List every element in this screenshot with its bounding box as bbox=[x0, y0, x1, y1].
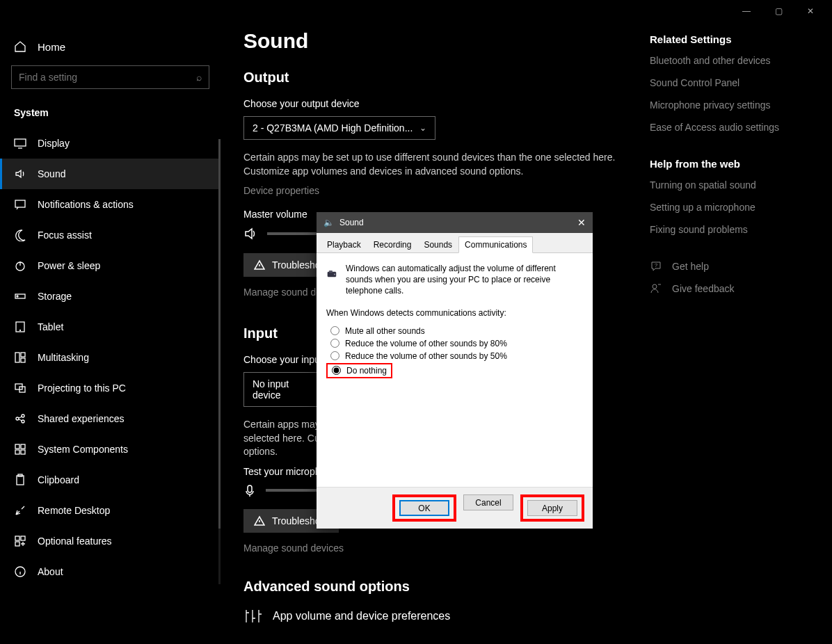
advanced-heading: Advanced sound options bbox=[243, 579, 622, 595]
output-choose-label: Choose your output device bbox=[243, 98, 622, 109]
app-volume-item[interactable]: App volume and device preferences bbox=[243, 607, 622, 625]
app-volume-label: App volume and device preferences bbox=[273, 610, 450, 622]
nav-label: Projecting to this PC bbox=[38, 383, 126, 394]
nav-storage[interactable]: Storage bbox=[0, 281, 221, 312]
help-icon: ? bbox=[650, 260, 662, 273]
phone-icon bbox=[326, 263, 337, 285]
svg-point-27 bbox=[653, 284, 657, 289]
radio-label: Mute all other sounds bbox=[345, 326, 425, 336]
sound-dialog: 🔈 Sound ✕ Playback Recording Sounds Comm… bbox=[317, 212, 593, 529]
related-heading: Related Settings bbox=[650, 33, 810, 45]
nav-clipboard[interactable]: Clipboard bbox=[0, 465, 221, 495]
nav-label: Remote Desktop bbox=[38, 505, 110, 516]
nav-display[interactable]: Display bbox=[0, 128, 221, 159]
nav-projecting[interactable]: Projecting to this PC bbox=[0, 373, 221, 403]
nav-power-sleep[interactable]: Power & sleep bbox=[0, 250, 221, 281]
warning-icon bbox=[254, 259, 265, 271]
group-system: System bbox=[0, 100, 221, 128]
input-device-dropdown[interactable]: No input device bbox=[243, 372, 323, 407]
nav-optional-features[interactable]: Optional features bbox=[0, 526, 221, 556]
nav-focus-assist[interactable]: Focus assist bbox=[0, 220, 221, 250]
svg-rect-29 bbox=[329, 271, 333, 273]
radio-mute-all[interactable]: Mute all other sounds bbox=[326, 325, 583, 337]
radio-label: Reduce the volume of other sounds by 80% bbox=[345, 339, 507, 348]
nav-label: Sound bbox=[38, 168, 65, 179]
nav-about[interactable]: About bbox=[0, 556, 221, 587]
nav-sound[interactable]: Sound bbox=[0, 159, 221, 189]
svg-rect-21 bbox=[15, 536, 19, 540]
nav-system-components[interactable]: System Components bbox=[0, 434, 221, 465]
close-button[interactable]: ✕ bbox=[794, 0, 826, 22]
dialog-body: Windows can automatically adjust the vol… bbox=[317, 253, 593, 487]
search-input[interactable] bbox=[19, 72, 196, 83]
svg-rect-16 bbox=[21, 444, 25, 449]
nav-label: Tablet bbox=[38, 321, 63, 332]
nav-shared-experiences[interactable]: Shared experiences bbox=[0, 403, 221, 434]
input-device-value: No input device bbox=[253, 378, 314, 401]
device-properties-link[interactable]: Device properties bbox=[243, 185, 622, 196]
output-heading: Output bbox=[243, 70, 622, 86]
ok-button[interactable]: OK bbox=[399, 500, 449, 516]
help-link-fix-sound[interactable]: Fixing sound problems bbox=[650, 224, 810, 235]
get-help-link[interactable]: ? Get help bbox=[650, 260, 810, 273]
svg-rect-25 bbox=[248, 485, 252, 492]
output-device-dropdown[interactable]: 2 - Q27B3MA (AMD High Definition... ⌄ bbox=[243, 116, 435, 140]
maximize-button[interactable]: ▢ bbox=[762, 0, 794, 22]
display-icon bbox=[14, 137, 26, 150]
help-link-spatial[interactable]: Turning on spatial sound bbox=[650, 179, 810, 191]
svg-rect-9 bbox=[21, 358, 25, 362]
dialog-info-text: Windows can automatically adjust the vol… bbox=[346, 263, 583, 297]
tab-playback[interactable]: Playback bbox=[321, 236, 367, 253]
nav-label: Optional features bbox=[38, 536, 112, 547]
sidebar-scroll-thumb[interactable] bbox=[218, 139, 221, 529]
nav-multitasking[interactable]: Multitasking bbox=[0, 342, 221, 373]
multitasking-icon bbox=[14, 351, 26, 364]
svg-rect-15 bbox=[15, 444, 19, 449]
related-link-ease-access[interactable]: Ease of Access audio settings bbox=[650, 122, 810, 133]
related-link-sound-panel[interactable]: Sound Control Panel bbox=[650, 77, 810, 88]
dialog-tabs: Playback Recording Sounds Communications bbox=[317, 233, 593, 253]
chevron-down-icon: ⌄ bbox=[419, 123, 426, 133]
svg-rect-0 bbox=[15, 139, 26, 146]
svg-rect-18 bbox=[21, 450, 25, 454]
volume-slider[interactable] bbox=[267, 232, 323, 235]
svg-rect-7 bbox=[15, 353, 19, 362]
radio-reduce-50[interactable]: Reduce the volume of other sounds by 50% bbox=[326, 350, 583, 362]
apply-button[interactable]: Apply bbox=[527, 500, 577, 516]
nav-label: Focus assist bbox=[38, 230, 92, 241]
dialog-titlebar[interactable]: 🔈 Sound ✕ bbox=[317, 212, 593, 233]
nav-remote-desktop[interactable]: Remote Desktop bbox=[0, 495, 221, 526]
radio-reduce-80[interactable]: Reduce the volume of other sounds by 80% bbox=[326, 337, 583, 350]
nav-label: Clipboard bbox=[38, 474, 79, 485]
manage-input-link[interactable]: Manage sound devices bbox=[243, 542, 622, 554]
moon-icon bbox=[14, 229, 26, 241]
apply-highlight: Apply bbox=[520, 494, 584, 522]
help-link-mic-setup[interactable]: Setting up a microphone bbox=[650, 202, 810, 213]
minimize-button[interactable]: — bbox=[730, 0, 762, 22]
sidebar: Home ⌕ System Display Sound Notification… bbox=[0, 0, 221, 644]
output-device-value: 2 - Q27B3MA (AMD High Definition... bbox=[253, 122, 413, 134]
home-nav[interactable]: Home bbox=[0, 33, 221, 60]
radio-do-nothing[interactable]: Do nothing bbox=[326, 363, 392, 378]
related-link-bluetooth[interactable]: Bluetooth and other devices bbox=[650, 55, 810, 66]
nav-tablet[interactable]: Tablet bbox=[0, 312, 221, 342]
feedback-link[interactable]: Give feedback bbox=[650, 282, 810, 295]
tab-communications[interactable]: Communications bbox=[458, 236, 533, 253]
speaker-small-icon: 🔈 bbox=[323, 218, 334, 227]
related-link-mic-privacy[interactable]: Microphone privacy settings bbox=[650, 99, 810, 111]
search-box[interactable]: ⌕ bbox=[11, 65, 209, 89]
cancel-button[interactable]: Cancel bbox=[463, 494, 513, 510]
dialog-close-button[interactable]: ✕ bbox=[577, 217, 586, 228]
tab-sounds[interactable]: Sounds bbox=[417, 236, 458, 253]
tab-recording[interactable]: Recording bbox=[367, 236, 418, 253]
nav-notifications[interactable]: Notifications & actions bbox=[0, 189, 221, 220]
mic-level bbox=[266, 489, 321, 492]
nav-label: Display bbox=[38, 138, 70, 149]
nav-label: Shared experiences bbox=[38, 413, 125, 424]
speaker-icon bbox=[243, 227, 257, 241]
project-icon bbox=[14, 382, 26, 394]
radio-label: Reduce the volume of other sounds by 50% bbox=[345, 351, 507, 361]
nav-label: Power & sleep bbox=[38, 260, 100, 271]
components-icon bbox=[14, 443, 26, 456]
radio-label: Do nothing bbox=[346, 366, 387, 376]
